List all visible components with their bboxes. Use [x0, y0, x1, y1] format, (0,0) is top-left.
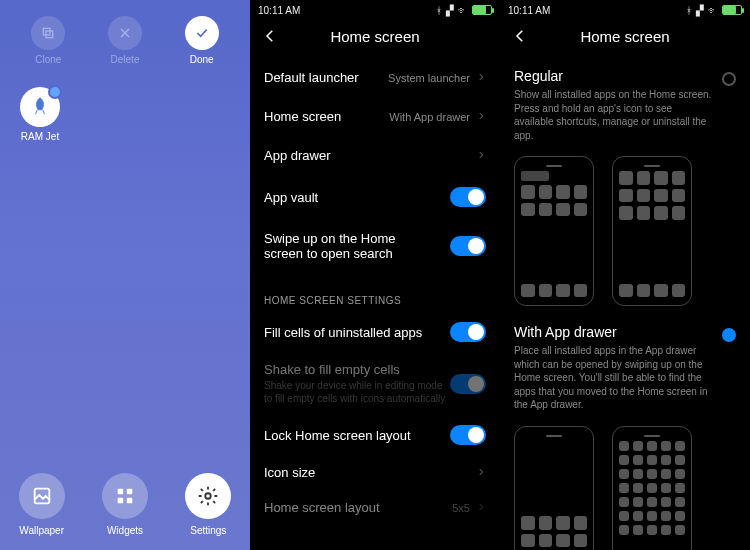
- row-label: Home screen layout: [264, 500, 452, 515]
- chevron-left-icon: [261, 27, 279, 45]
- signal-icon: ▞: [696, 5, 704, 16]
- option-title: Regular: [514, 68, 736, 84]
- bottom-dock: Wallpaper Widgets Settings: [0, 473, 250, 536]
- toggle-swipe-search[interactable]: [450, 236, 486, 256]
- svg-point-7: [206, 493, 212, 499]
- chevron-right-icon: [476, 72, 486, 84]
- phone-preview-3: [514, 426, 594, 551]
- launcher-edit-pane: Clone Delete Done RAM Jet Wallpaper Widg…: [0, 0, 250, 550]
- wallpaper-icon: [31, 485, 53, 507]
- chevron-right-icon: [476, 502, 486, 514]
- bluetooth-icon: ᚼ: [686, 5, 692, 16]
- row-fill-cells[interactable]: Fill cells of uninstalled apps: [250, 312, 500, 352]
- row-label: Icon size: [264, 465, 476, 480]
- radio-app-drawer[interactable]: [722, 328, 736, 342]
- row-app-drawer[interactable]: App drawer: [250, 136, 500, 175]
- bluetooth-icon: ᚼ: [436, 5, 442, 16]
- clone-label: Clone: [35, 54, 61, 65]
- gear-icon: [197, 485, 219, 507]
- row-swipe-up-search[interactable]: Swipe up on the Home screen to open sear…: [250, 219, 500, 273]
- row-default-launcher[interactable]: Default launcher System launcher: [250, 58, 500, 97]
- status-time: 10:11 AM: [258, 5, 300, 16]
- home-screen-mode-pane: 10:11 AM ᚼ ▞ ᯤ Home screen Regular Show …: [500, 0, 750, 550]
- delete-label: Delete: [111, 54, 140, 65]
- signal-icon: ▞: [446, 5, 454, 16]
- settings-button[interactable]: Settings: [185, 473, 231, 536]
- svg-rect-4: [127, 489, 132, 495]
- row-shake-fill: Shake to fill empty cells Shake your dev…: [250, 352, 500, 415]
- svg-rect-6: [127, 498, 132, 504]
- toggle-app-vault[interactable]: [450, 187, 486, 207]
- back-button[interactable]: [260, 26, 280, 46]
- row-label: Fill cells of uninstalled apps: [264, 325, 450, 340]
- row-value: System launcher: [388, 72, 470, 84]
- done-button[interactable]: Done: [185, 16, 219, 65]
- option-desc: Place all installed apps in the App draw…: [514, 344, 736, 412]
- toggle-fill-cells[interactable]: [450, 322, 486, 342]
- option-desc: Show all installed apps on the Home scre…: [514, 88, 736, 142]
- status-icons: ᚼ ▞ ᯤ: [686, 5, 742, 16]
- header: Home screen: [500, 20, 750, 58]
- row-lock-layout[interactable]: Lock Home screen layout: [250, 415, 500, 455]
- rocket-icon: [20, 87, 60, 127]
- row-label: Home screen: [264, 109, 389, 124]
- section-header: HOME SCREEN SETTINGS: [250, 273, 500, 312]
- option-app-drawer[interactable]: With App drawer Place all installed apps…: [500, 314, 750, 416]
- done-label: Done: [190, 54, 214, 65]
- clone-icon: [40, 25, 56, 41]
- toggle-shake: [450, 374, 486, 394]
- toggle-lock-layout[interactable]: [450, 425, 486, 445]
- wifi-icon: ᯤ: [458, 5, 468, 16]
- row-label: Lock Home screen layout: [264, 428, 450, 443]
- chevron-right-icon: [476, 467, 486, 479]
- row-sublabel: Shake your device while in editing mode …: [264, 379, 450, 405]
- chevron-left-icon: [511, 27, 529, 45]
- widgets-button[interactable]: Widgets: [102, 473, 148, 536]
- back-button[interactable]: [510, 26, 530, 46]
- battery-icon: [472, 5, 492, 15]
- row-value: 5x5: [452, 502, 470, 514]
- top-action-row: Clone Delete Done: [0, 0, 250, 69]
- svg-rect-3: [118, 489, 124, 495]
- row-value: With App drawer: [389, 111, 470, 123]
- status-bar: 10:11 AM ᚼ ▞ ᯤ: [500, 0, 750, 20]
- clone-button[interactable]: Clone: [31, 16, 65, 65]
- phone-preview-4: [612, 426, 692, 551]
- row-label: Default launcher: [264, 70, 388, 85]
- phone-preview-1: [514, 156, 594, 306]
- widgets-icon: [114, 485, 136, 507]
- app-label: RAM Jet: [21, 131, 59, 142]
- header: Home screen: [250, 20, 500, 58]
- settings-label: Settings: [190, 525, 226, 536]
- row-label: App vault: [264, 190, 450, 205]
- option-regular[interactable]: Regular Show all installed apps on the H…: [500, 58, 750, 146]
- wallpaper-label: Wallpaper: [19, 525, 64, 536]
- home-screen-settings-pane: 10:11 AM ᚼ ▞ ᯤ Home screen Default launc…: [250, 0, 500, 550]
- row-label: Shake to fill empty cells: [264, 362, 450, 377]
- battery-icon: [722, 5, 742, 15]
- row-icon-size[interactable]: Icon size: [250, 455, 500, 490]
- chevron-right-icon: [476, 150, 486, 162]
- status-bar: 10:11 AM ᚼ ▞ ᯤ: [250, 0, 500, 20]
- radio-regular[interactable]: [722, 72, 736, 86]
- app-icon-ramjet[interactable]: RAM Jet: [20, 87, 60, 142]
- regular-preview: [500, 146, 750, 314]
- row-app-vault[interactable]: App vault: [250, 175, 500, 219]
- svg-rect-2: [34, 489, 49, 504]
- option-title: With App drawer: [514, 324, 736, 340]
- check-icon: [194, 25, 210, 41]
- drawer-preview: [500, 416, 750, 551]
- svg-rect-5: [118, 498, 124, 504]
- widgets-label: Widgets: [107, 525, 143, 536]
- wallpaper-button[interactable]: Wallpaper: [19, 473, 65, 536]
- delete-icon: [117, 25, 133, 41]
- page-title: Home screen: [280, 28, 470, 45]
- page-title: Home screen: [530, 28, 720, 45]
- row-home-screen[interactable]: Home screen With App drawer: [250, 97, 500, 136]
- row-label: App drawer: [264, 148, 476, 163]
- row-label: Swipe up on the Home screen to open sear…: [264, 231, 434, 261]
- status-time: 10:11 AM: [508, 5, 550, 16]
- delete-button[interactable]: Delete: [108, 16, 142, 65]
- row-hs-layout[interactable]: Home screen layout 5x5: [250, 490, 500, 525]
- phone-preview-2: [612, 156, 692, 306]
